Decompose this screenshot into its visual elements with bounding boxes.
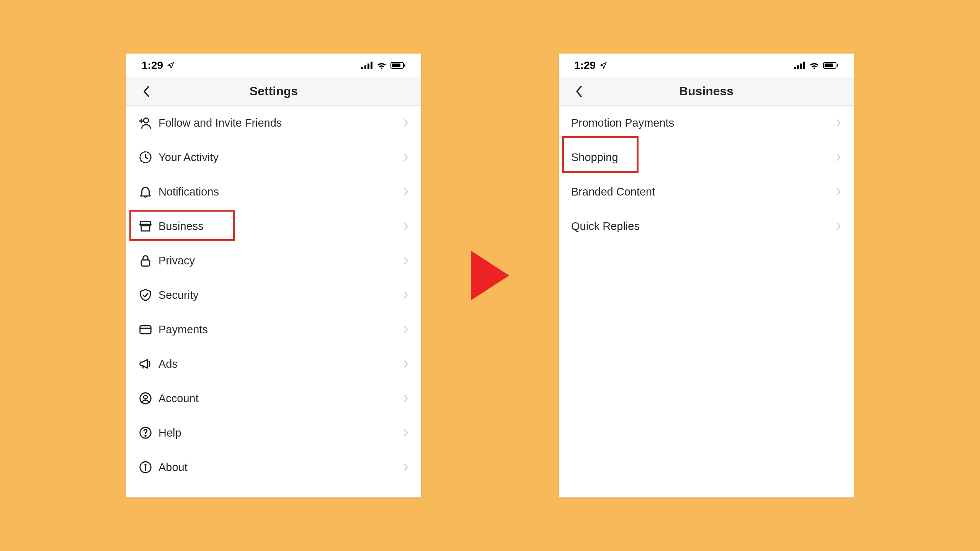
settings-item-ads[interactable]: Ads [126,347,421,381]
chevron-right-icon [403,291,408,299]
shield-check-icon [138,288,153,302]
settings-item-label: Help [156,427,400,439]
settings-item-privacy[interactable]: Privacy [126,243,421,278]
svg-rect-22 [794,67,796,69]
phone-settings-screen: 1:29 Settings Follow and Invite Friends [126,54,421,497]
user-circle-icon [138,391,153,406]
svg-rect-2 [368,64,369,69]
nav-header: Business [559,77,854,106]
chevron-right-icon [403,187,408,196]
wifi-icon [809,62,819,69]
svg-rect-1 [364,65,366,69]
status-bar: 1:29 [559,54,854,77]
chevron-left-icon [575,85,583,98]
activity-clock-icon [138,150,153,165]
chevron-left-icon [142,85,150,98]
settings-list: Follow and Invite Friends Your Activity … [126,106,421,497]
business-item-label: Shopping [567,151,833,164]
status-time: 1:29 [142,59,163,72]
svg-rect-12 [140,326,151,334]
settings-item-label: Payments [156,323,400,336]
settings-item-label: Follow and Invite Friends [156,117,400,129]
chevron-right-icon [403,429,408,437]
play-arrow-icon [467,247,513,304]
svg-rect-27 [825,64,833,67]
settings-item-label: Privacy [156,254,400,267]
settings-item-payments[interactable]: Payments [126,312,421,347]
megaphone-icon [138,357,153,371]
svg-rect-5 [392,64,400,67]
add-user-icon [138,116,153,130]
settings-item-account[interactable]: Account [126,381,421,416]
business-item-promotion-payments[interactable]: Promotion Payments [559,106,854,140]
svg-rect-6 [404,64,405,67]
business-item-label: Branded Content [567,186,833,198]
wifi-icon [377,62,387,69]
battery-icon [390,62,406,69]
location-arrow-icon [599,62,607,69]
settings-item-follow-invite[interactable]: Follow and Invite Friends [126,106,421,140]
settings-item-label: Business [156,220,400,233]
chevron-right-icon [403,463,408,471]
business-item-branded-content[interactable]: Branded Content [559,174,854,209]
back-button[interactable] [570,83,587,100]
settings-item-business[interactable]: Business [126,209,421,243]
svg-rect-0 [361,67,363,69]
svg-rect-24 [800,64,802,69]
svg-point-7 [144,118,149,123]
location-arrow-icon [167,62,175,69]
chevron-right-icon [403,394,408,403]
chevron-right-icon [403,153,408,161]
page-title: Business [559,84,854,98]
business-item-quick-replies[interactable]: Quick Replies [559,209,854,243]
chevron-right-icon [403,222,408,230]
status-bar: 1:29 [126,54,421,77]
svg-point-19 [145,464,146,465]
bell-icon [138,184,153,199]
business-item-shopping[interactable]: Shopping [559,140,854,174]
settings-item-help[interactable]: Help [126,416,421,450]
settings-item-notifications[interactable]: Notifications [126,174,421,209]
settings-item-label: Account [156,392,400,405]
chevron-right-icon [836,222,841,230]
lock-icon [138,253,153,268]
chevron-right-icon [836,153,841,161]
svg-point-15 [144,395,147,399]
chevron-right-icon [403,360,408,368]
settings-item-security[interactable]: Security [126,278,421,312]
business-list: Promotion Payments Shopping Branded Cont… [559,106,854,497]
svg-rect-3 [371,62,372,69]
svg-rect-25 [803,62,805,69]
battery-icon [823,62,838,69]
chevron-right-icon [403,325,408,334]
settings-item-label: Ads [156,358,400,370]
settings-item-label: Security [156,289,400,302]
business-item-label: Promotion Payments [567,117,833,129]
settings-item-activity[interactable]: Your Activity [126,140,421,174]
chevron-right-icon [836,119,841,127]
credit-card-icon [138,322,153,337]
settings-item-label: Notifications [156,186,400,198]
chevron-right-icon [403,119,408,127]
business-item-label: Quick Replies [567,220,833,233]
chevron-right-icon [403,256,408,265]
cellular-signal-icon [794,62,805,69]
settings-item-about[interactable]: About [126,450,421,484]
settings-item-label: Your Activity [156,151,400,164]
storefront-icon [138,219,153,233]
help-circle-icon [138,425,153,440]
status-time: 1:29 [574,59,596,72]
transition-arrow [463,247,517,304]
svg-marker-21 [471,251,509,300]
svg-rect-28 [837,64,838,67]
svg-rect-23 [797,65,799,69]
svg-point-17 [145,435,146,437]
chevron-right-icon [836,187,841,196]
cellular-signal-icon [361,62,373,69]
page-title: Settings [126,84,421,98]
settings-item-label: About [156,461,400,474]
back-button[interactable] [138,83,155,100]
info-circle-icon [138,460,153,474]
nav-header: Settings [126,77,421,106]
tutorial-canvas: 1:29 Settings Follow and Invite Friends [0,0,980,551]
